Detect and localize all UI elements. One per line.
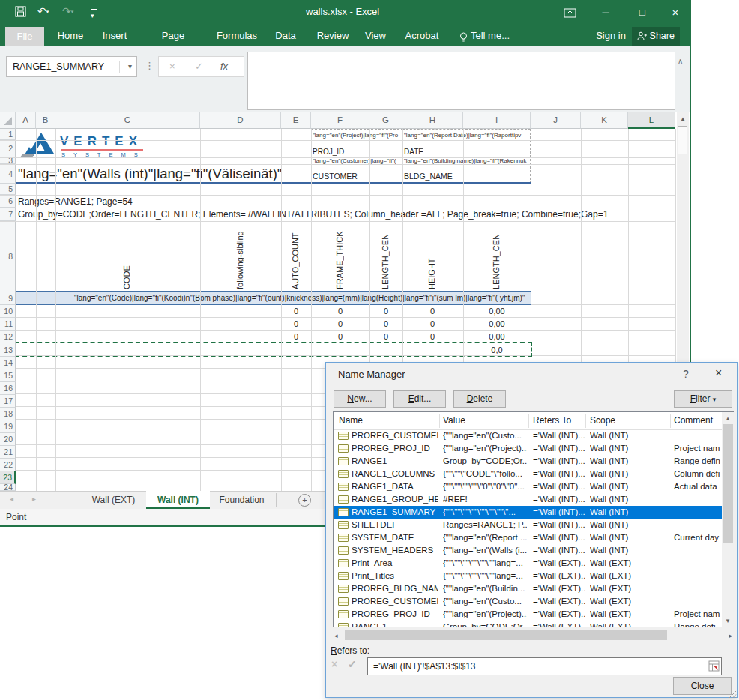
column-header-value[interactable]: Value	[443, 412, 465, 429]
data-cell[interactable]: 0	[410, 305, 455, 318]
data-cell[interactable]: 0,00	[474, 305, 519, 318]
select-all-corner[interactable]	[0, 112, 16, 129]
refers-to-field[interactable]: ='Wall (INT)'!$A$13:$I$13	[367, 657, 722, 675]
cell-A6[interactable]: Ranges=RANGE1; Page=54	[18, 196, 133, 207]
cell-row9-header[interactable]: "lang="en"(Code)|lang="fi"(Koodi)n"(Bom …	[16, 291, 531, 305]
column-header-A[interactable]: A	[16, 112, 36, 129]
data-cell[interactable]: 0,00	[474, 331, 519, 343]
column-header-J[interactable]: J	[531, 112, 581, 129]
data-cell[interactable]: 0	[410, 331, 455, 343]
name-manager-row[interactable]: PROREG_PROJ_ID{""lang="en"(Project)...='…	[334, 608, 722, 621]
new-sheet-button[interactable]: +	[298, 494, 311, 507]
name-manager-row[interactable]: RANGE1_DATA{""\""\""\""\"0"\"0"\"0"...='…	[334, 480, 722, 493]
data-cell[interactable]: 0	[274, 331, 319, 343]
refers-confirm-icon[interactable]: ✓	[348, 658, 357, 670]
sheet-tab-foundation[interactable]: Foundation	[210, 491, 274, 509]
sheet-tab-wall-int[interactable]: Wall (INT)	[146, 491, 210, 509]
column-header-B[interactable]: B	[36, 112, 55, 129]
scroll-up-icon[interactable]: ▴	[722, 414, 734, 422]
data-cell[interactable]: 0	[364, 318, 408, 331]
scroll-up-icon[interactable]: ▴	[677, 115, 689, 122]
column-header-refers-to[interactable]: Refers To	[533, 412, 571, 429]
new-button[interactable]: New...	[334, 390, 386, 408]
row-header-12[interactable]: 12	[0, 331, 16, 343]
column-header-H[interactable]: H	[402, 112, 463, 129]
name-manager-row[interactable]: PROREG_BLDG_NAME{""lang="en"(Buildin...=…	[334, 582, 722, 595]
scroll-thumb[interactable]	[345, 630, 667, 640]
cell-F2[interactable]: PROJ_ID	[313, 148, 344, 156]
row-header-19[interactable]: 19	[0, 420, 16, 433]
column-header-C[interactable]: C	[55, 112, 200, 129]
row-header-9[interactable]: 9	[0, 292, 16, 305]
row-header-10[interactable]: 10	[0, 305, 16, 318]
row-header-18[interactable]: 18	[0, 408, 16, 420]
dialog-help-icon[interactable]: ?	[683, 368, 689, 380]
delete-button[interactable]: Delete	[453, 390, 506, 408]
cell-A7[interactable]: Group_by=CODE;Order=LENGTH_CENTER; Eleme…	[18, 209, 608, 220]
row-header-7[interactable]: 7	[0, 208, 16, 221]
collapse-dialog-picker-icon[interactable]	[708, 660, 720, 677]
row-header-3[interactable]: 3	[0, 157, 16, 164]
row-header-21[interactable]: 21	[0, 446, 16, 459]
column-header-D[interactable]: D	[200, 112, 281, 129]
list-horizontal-scrollbar[interactable]: ◂ ▸	[333, 630, 734, 641]
name-manager-row[interactable]: RANGE1_SUMMARY{""\""\""\""\""\""\""\"...…	[334, 506, 722, 519]
data-cell[interactable]: 0	[318, 331, 363, 343]
name-manager-row[interactable]: PROREG_CUSTOMER{""lang="en"(Custo...='Wa…	[334, 429, 722, 442]
scroll-thumb[interactable]	[723, 424, 733, 543]
column-header-comment[interactable]: Comment	[674, 412, 713, 429]
name-manager-row[interactable]: Print_Titles{""\""\""\""\""\""lang=...='…	[334, 570, 722, 582]
refers-cancel-icon[interactable]: ×	[331, 658, 337, 670]
name-manager-row[interactable]: RANGE1_COLUMNS{""\""\"CODE"\"follo...='W…	[334, 468, 722, 480]
row-header-5[interactable]: 5	[0, 184, 16, 195]
data-cell[interactable]: 0	[410, 318, 455, 331]
resize-grip-icon[interactable]	[728, 688, 737, 700]
sheet-nav-left-icon[interactable]: ◂	[10, 495, 13, 503]
name-manager-row[interactable]: SHEETDEFRanges=RANGE1; P...='Wall (INT).…	[334, 519, 722, 531]
cell-F4[interactable]: CUSTOMER	[313, 172, 358, 181]
row-header-14[interactable]: 14	[0, 357, 16, 369]
row-header-17[interactable]: 17	[0, 395, 16, 408]
row-header-2[interactable]: 2	[0, 140, 16, 157]
scroll-thumb[interactable]	[678, 126, 687, 154]
row-header-13[interactable]: 13	[0, 343, 16, 357]
name-manager-row[interactable]: Print_Area{""\""\""\""\""\""lang=...='Wa…	[334, 557, 722, 570]
data-cell-I13[interactable]: 0,0	[474, 344, 519, 357]
rotated-column-label[interactable]: LENGTH_CEN	[492, 223, 501, 289]
row-header-1[interactable]: 1	[0, 129, 16, 140]
row-header-8[interactable]: 8	[0, 221, 16, 292]
cell-F3[interactable]: "lang="en"(Customer)|lang="fi"(	[313, 157, 401, 164]
scroll-right-icon[interactable]: ▸	[729, 632, 732, 639]
close-button[interactable]: Close	[673, 677, 732, 695]
data-cell[interactable]: 0,00	[474, 318, 519, 331]
name-manager-row[interactable]: RANGE1_GROUP_HEA...#REF!='Wall (INT)...W…	[334, 493, 722, 506]
row-header-11[interactable]: 11	[0, 318, 16, 331]
edit-button[interactable]: Edit...	[393, 390, 446, 408]
row-header-20[interactable]: 20	[0, 433, 16, 446]
filter-button[interactable]: Filter ▾	[674, 390, 732, 408]
row-header-23[interactable]: 23	[0, 471, 16, 484]
cell-H2[interactable]: DATE	[404, 148, 423, 156]
column-header-F[interactable]: F	[311, 112, 370, 129]
rotated-column-label[interactable]: FRAME_THICK	[335, 223, 344, 289]
data-cell[interactable]: 0	[318, 305, 363, 318]
list-vertical-scrollbar[interactable]: ▴ ▾	[722, 412, 734, 627]
column-header-K[interactable]: K	[581, 112, 628, 129]
scroll-left-icon[interactable]: ◂	[334, 632, 338, 639]
scroll-down-icon[interactable]: ▾	[722, 617, 734, 624]
rotated-column-label[interactable]: LENGTH_CEN	[381, 223, 390, 289]
cell-A4-title[interactable]: "lang="en"(Walls (int)"|lang="fi"(Välise…	[18, 166, 282, 182]
column-header-I[interactable]: I	[463, 112, 531, 129]
name-manager-row[interactable]: RANGE1Group_by=CODE;Or...='Wall (EXT)...…	[334, 621, 722, 627]
name-manager-row[interactable]: SYSTEM_HEADERS{""lang="en"(Walls (i...='…	[334, 544, 722, 557]
rotated-column-label[interactable]: AUTO_COUNT	[291, 223, 300, 289]
cell-H4[interactable]: BLDG_NAME	[404, 172, 453, 181]
row-header-15[interactable]: 15	[0, 369, 16, 382]
row-header-16[interactable]: 16	[0, 382, 16, 395]
cell-F1[interactable]: "lang="en"(Project)|lang="fi"(Pro	[313, 132, 401, 139]
column-header-G[interactable]: G	[370, 112, 402, 129]
data-cell[interactable]: 0	[274, 305, 319, 318]
data-cell[interactable]: 0	[318, 318, 363, 331]
name-manager-row[interactable]: PROREG_PROJ_ID{""lang="en"(Project)...='…	[334, 442, 722, 455]
row-header-22[interactable]: 22	[0, 459, 16, 471]
